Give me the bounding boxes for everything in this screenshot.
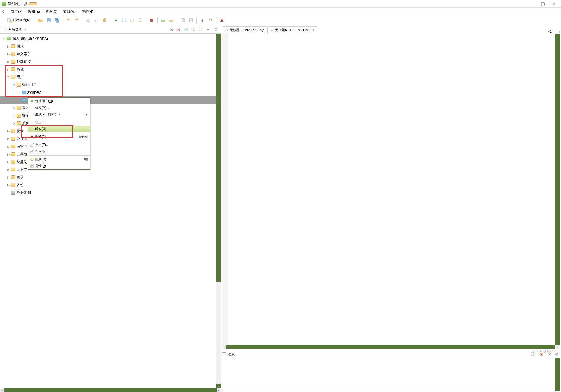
- db-app-icon: [2, 2, 6, 6]
- right-panel: 无标题3 - 192.168.1.6(S 无标题4 - 192.168.1.6(…: [221, 25, 561, 392]
- tree-v-scrollbar[interactable]: ▾: [216, 34, 221, 388]
- title-bar: DM管理工具 — ▢ ✕: [0, 0, 561, 8]
- menu-help[interactable]: 帮助(H): [79, 8, 96, 15]
- stop-button[interactable]: [148, 17, 156, 24]
- close-tab-icon[interactable]: ✕: [312, 28, 315, 32]
- messages-area[interactable]: [222, 358, 555, 391]
- editor-tab-2[interactable]: 无标题4 - 192.168.1.6(T ✕: [268, 26, 317, 34]
- tree-schema[interactable]: 模式: [0, 42, 221, 50]
- tree-user[interactable]: 用户: [0, 73, 221, 81]
- step-into-button[interactable]: [198, 17, 206, 24]
- tree-manage-user[interactable]: 管理用户: [0, 81, 221, 89]
- menu-window[interactable]: 窗口(W): [60, 8, 79, 15]
- sql-editor[interactable]: ◂▸: [222, 34, 560, 349]
- svg-rect-33: [31, 145, 33, 146]
- paste-button[interactable]: [101, 17, 108, 24]
- ctx-unlock[interactable]: 解锁(U): [28, 126, 90, 132]
- more-tabs-button[interactable]: »2: [547, 30, 553, 34]
- redo-button[interactable]: [73, 17, 80, 24]
- back-button[interactable]: [1, 9, 6, 14]
- copy-button[interactable]: [92, 17, 100, 24]
- new-query-label: 新建查询(N): [13, 18, 31, 23]
- workspace: 对象导航 ✕ 192.168.1.6(SYSDBA) 模式 全文索引 外部链接: [0, 25, 561, 392]
- main-toolbar: 新建查询(N): [0, 15, 561, 25]
- tree-connection[interactable]: 192.168.1.6(SYSDBA): [0, 35, 221, 42]
- messages-title: 消息: [228, 352, 235, 357]
- ctx-modify[interactable]: 修改(M)...: [28, 104, 90, 111]
- tree-user-sysdba[interactable]: SYSDBA: [0, 89, 221, 96]
- editor-maximize-icon[interactable]: [557, 30, 560, 34]
- svg-point-28: [179, 30, 180, 31]
- editor-h-scrollbar[interactable]: ◂▸: [222, 345, 560, 349]
- editor-tabs: 无标题3 - 192.168.1.6(S 无标题4 - 192.168.1.6(…: [221, 25, 561, 34]
- tree-catalog[interactable]: 目录: [0, 173, 221, 181]
- menu-edit[interactable]: 编辑(E): [25, 8, 43, 15]
- folder-open-icon: [17, 83, 21, 87]
- tree-backup[interactable]: 备份: [0, 181, 221, 189]
- cut-button[interactable]: [84, 17, 92, 24]
- ctx-import[interactable]: 导入(I)...: [28, 148, 90, 155]
- execute-button[interactable]: [112, 17, 120, 24]
- svg-point-14: [133, 21, 134, 22]
- msg-gear-button[interactable]: [554, 352, 560, 357]
- object-nav-label: 对象导航: [9, 27, 22, 32]
- menu-query[interactable]: 查询(Q): [43, 8, 60, 15]
- nav-expand-icon[interactable]: [189, 26, 196, 33]
- save-all-button[interactable]: [53, 17, 61, 24]
- svg-rect-37: [557, 31, 559, 33]
- tree-fulltext[interactable]: 全文索引: [0, 50, 221, 58]
- folder-icon: [11, 183, 15, 187]
- open-folder-button[interactable]: [37, 17, 44, 24]
- svg-point-22: [221, 19, 223, 22]
- db-connection-icon: [7, 37, 11, 40]
- ctx-delete[interactable]: 删除(D) Delete: [28, 134, 90, 140]
- svg-point-26: [177, 29, 179, 30]
- tree-replication[interactable]: 数据复制: [0, 189, 221, 197]
- save-button[interactable]: [45, 17, 53, 24]
- new-query-button[interactable]: 新建查询(N): [5, 17, 33, 24]
- nav-collapse-icon[interactable]: [196, 26, 204, 33]
- close-tab-icon[interactable]: ✕: [24, 28, 26, 31]
- menu-file[interactable]: 文件(F): [8, 8, 25, 15]
- step-over-button[interactable]: [207, 17, 214, 24]
- nav-link-icon[interactable]: [182, 26, 189, 33]
- grid2-button[interactable]: [187, 17, 195, 24]
- nav-connect-icon[interactable]: [168, 26, 175, 33]
- execute-step-button[interactable]: [128, 17, 136, 24]
- left-maximize-icon[interactable]: [212, 26, 220, 33]
- commit-button[interactable]: [159, 17, 167, 24]
- minimize-button[interactable]: —: [526, 1, 537, 7]
- debug-button[interactable]: [218, 17, 226, 24]
- ctx-export[interactable]: 导出(E)...: [28, 141, 90, 148]
- svg-rect-18: [170, 20, 173, 21]
- editor-tab-2-label: 无标题4 - 192.168.1.6(T: [275, 28, 310, 32]
- ctx-new-user[interactable]: 新建用户(N)...: [28, 98, 90, 104]
- messages-v-scrollbar[interactable]: [555, 358, 560, 391]
- window-title: DM管理工具: [8, 1, 28, 6]
- object-nav-tab[interactable]: 对象导航 ✕: [1, 26, 29, 33]
- ctx-properties[interactable]: 属性(P): [28, 163, 90, 169]
- object-tree: 192.168.1.6(SYSDBA) 模式 全文索引 外部链接 角色 用户 管…: [0, 34, 221, 388]
- grid-button[interactable]: [179, 17, 187, 24]
- maximize-button[interactable]: ▢: [537, 1, 548, 7]
- delete-x-icon: [29, 135, 35, 139]
- editor-v-scrollbar[interactable]: [555, 34, 560, 345]
- ctx-refresh[interactable]: 刷新(R) F5: [28, 156, 90, 163]
- tree-role[interactable]: 角色: [0, 66, 221, 73]
- tree-extlink[interactable]: 外部链接: [0, 58, 221, 66]
- msg-x-button[interactable]: [547, 352, 553, 357]
- tree-h-scrollbar[interactable]: ◂▸: [0, 388, 221, 392]
- msg-clear-button[interactable]: [538, 352, 544, 357]
- msg-view-dropdown[interactable]: [530, 352, 536, 357]
- execute-script-button[interactable]: [137, 17, 144, 24]
- editor-minimize-icon[interactable]: [553, 30, 556, 34]
- nav-disconnect-icon[interactable]: [175, 26, 182, 33]
- left-minimize-icon[interactable]: [205, 26, 212, 33]
- ctx-gen-sql[interactable]: 生成SQL脚本(G) ▶: [28, 111, 90, 118]
- editor-tab-1[interactable]: 无标题3 - 192.168.1.6(S: [222, 26, 268, 34]
- close-button[interactable]: ✕: [548, 1, 559, 7]
- execute-selection-button[interactable]: [120, 17, 128, 24]
- folder-icon: [11, 129, 15, 133]
- undo-button[interactable]: [64, 17, 72, 24]
- rollback-button[interactable]: [168, 17, 175, 24]
